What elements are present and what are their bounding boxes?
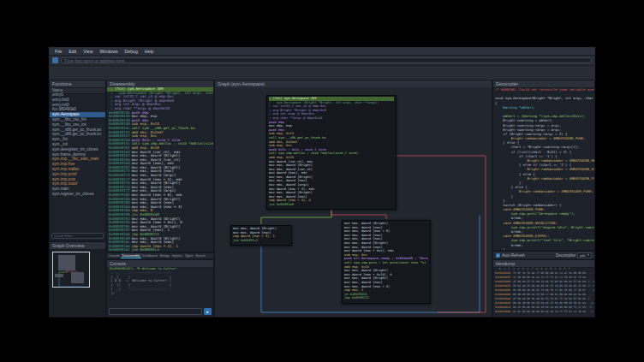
graph-overview-minimap[interactable] [50, 249, 105, 317]
console-run-button[interactable]: ▸ [204, 308, 212, 315]
dock-tab[interactable]: Imports [170, 253, 183, 258]
function-row[interactable]: sym.deregister_tm_clones [50, 147, 105, 152]
graph-node-right[interactable]: mov eax, dword [Bright]mov eax, dword [e… [342, 220, 431, 304]
decompiler-line[interactable]: Bright->ambassador = AMBASSADOR_PURE; [493, 189, 594, 193]
hexdump-grid: 0 1 2 3 4 5 6 7 8 9 A B C D E F 0x080490… [493, 267, 594, 317]
toolbar [49, 56, 595, 66]
console-command-input[interactable] [109, 308, 202, 315]
disassembly-line[interactable]: 0x080491b2jne 0x80491c3 [107, 248, 213, 252]
dock-tab[interactable]: Search [194, 253, 206, 258]
minimap-edges [50, 249, 105, 317]
global-search-input[interactable] [61, 57, 592, 63]
menu-item[interactable]: Help [141, 49, 158, 54]
console-line: |/ [107, 292, 213, 296]
functions-panel-title: Functions [50, 80, 105, 88]
graph-node-line[interactable]: call sym.imp.puts ; int puts(const char … [344, 261, 428, 265]
decompiler-line[interactable]: cVar1 = *Bright->warning->argv[1]; [493, 145, 594, 149]
auto-refresh-label: Auto Refresh [502, 253, 525, 258]
graph-node-line[interactable]: jne 0x80491c3 [233, 239, 289, 243]
menu-item[interactable]: View [80, 49, 96, 54]
hex-offset: 0x080490d0 [495, 310, 510, 314]
graph-overview-panel: Graph Overview [49, 241, 106, 317]
decompiler-line[interactable]: /* WARNING: Could not reconcile some var… [493, 87, 594, 92]
chevron-down-icon [587, 254, 589, 256]
decompiler-engine-label: Decompiler [556, 253, 575, 258]
decompiler-panel: Decompiler /* WARNING: Could not reconci… [492, 80, 595, 251]
dock-tab-bar: ConsoleDisassemblyDashboardStringsImport… [106, 252, 214, 259]
decompiler-options-bar: ✓ Auto Refresh Decompiler pdc [492, 251, 595, 259]
dock-tab[interactable]: Disassembly [121, 253, 140, 258]
graph-node-entry[interactable]: ; (fcn) sym.Aerospace 389; sym.Aerospace… [266, 95, 397, 210]
decompiler-line[interactable]: Bright->ambassador = AMBASSADOR_DIESEL; [493, 167, 594, 171]
decompiler-engine-select[interactable]: pdc [577, 252, 592, 258]
functions-panel: Functions Name entry0entry.fini0entry.in… [49, 80, 106, 241]
decompiler-line[interactable]: sym.imp.printf("fuel %s\n", *Bright->war… [493, 238, 594, 242]
function-row[interactable]: sym.register_tm_clones [50, 192, 105, 197]
graph-canvas[interactable]: ; (fcn) sym.Aerospace 389; sym.Aerospace… [215, 87, 492, 317]
menu-item[interactable]: Edit [65, 49, 80, 54]
graph-panel: Graph (sym.Aerospace) ; (fcn) sym.Aerosp… [214, 80, 492, 317]
hex-ascii: ..h.....N....... [588, 310, 594, 314]
dock-tab[interactable]: Console [107, 253, 121, 258]
quick-filter-input[interactable] [51, 233, 104, 239]
cutter-window: FileEditViewWindowsDebugHelp Functions N… [49, 47, 595, 317]
dock-tab[interactable]: Types [183, 253, 194, 258]
menu-item[interactable]: Debug [122, 49, 141, 54]
decompiler-line[interactable]: void sym.Aerospace(Bright *Bright, int a… [493, 96, 594, 100]
graph-node-line[interactable]: jmp 0x8049211 [344, 296, 428, 300]
functions-list: entry0entry.fini0entry.init0fcn.080490a0… [50, 92, 105, 230]
disassembly-panel: Disassembly ; (fcn) sym.Aerospace 389 ; … [106, 80, 214, 252]
hex-bytes: ec 0c 68 08 a0 04 08 e8 4e fe ff ff 83 c… [513, 310, 586, 314]
graph-node-line[interactable]: jns 0x80491a9 [269, 203, 394, 207]
console-panel: Console [0x08049145]> ?E Welcome to Cutt… [106, 259, 214, 317]
hexdump-row[interactable]: 0x080490d0ec 0c 68 08 a0 04 08 e8 4e fe … [493, 310, 594, 314]
hexdump-panel: Hexdump 0 1 2 3 4 5 6 7 8 9 A B C D E F … [492, 259, 595, 317]
auto-refresh-checkbox[interactable]: ✓ [496, 253, 500, 258]
instruction-address: 0x080491b2 [109, 248, 130, 252]
console-output: [0x08049145]> ?E Welcome to Cutter! .--.… [107, 267, 213, 307]
dock-tab[interactable]: Strings [158, 253, 170, 258]
tasks-icon[interactable] [52, 57, 58, 63]
decompiler-code: /* WARNING: Could not reconcile some var… [493, 87, 594, 250]
disassembly-listing: ; (fcn) sym.Aerospace 389 ; sym.Aerospac… [107, 87, 213, 252]
decompiler-line[interactable]: } [493, 247, 594, 250]
menu-item[interactable]: Windows [96, 49, 121, 54]
decompiler-engine-value: pdc [580, 253, 586, 258]
menu-item[interactable]: File [51, 49, 65, 54]
menu-bar: FileEditViewWindowsDebugHelp [49, 47, 595, 56]
dock-tab[interactable]: Dashboard [141, 253, 159, 258]
instruction-text: jne 0x80491c3 [132, 248, 159, 252]
graph-node-left[interactable]: mov eax, dword [Bright]mov eax, dword [e… [230, 225, 292, 246]
